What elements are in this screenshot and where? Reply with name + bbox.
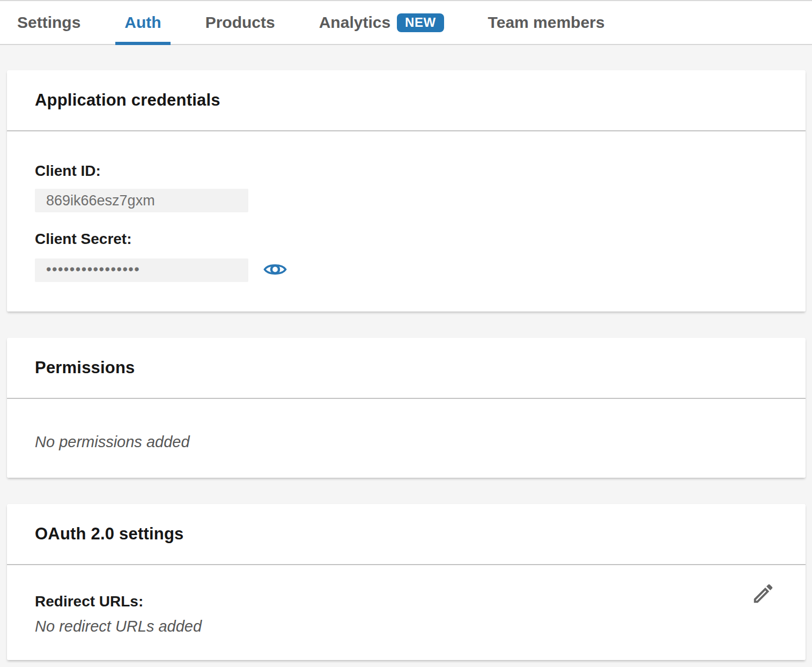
application-credentials-header: Application credentials	[7, 70, 806, 131]
client-id-value: 869ik66esz7gxm	[46, 192, 155, 209]
tab-team-members-label: Team members	[488, 13, 605, 32]
permissions-card: Permissions No permissions added	[7, 338, 806, 478]
client-secret-row: ••••••••••••••••	[35, 249, 778, 282]
tab-analytics[interactable]: Analytics NEW	[319, 1, 444, 44]
tab-products[interactable]: Products	[205, 1, 275, 44]
edit-redirect-urls-button[interactable]	[751, 581, 776, 606]
tab-team-members[interactable]: Team members	[488, 1, 605, 44]
application-credentials-body: Client ID: 869ik66esz7gxm Client Secret:…	[7, 131, 806, 312]
eye-icon	[263, 261, 287, 278]
tab-settings-label: Settings	[17, 13, 80, 32]
application-credentials-title: Application credentials	[35, 91, 220, 110]
pencil-icon	[751, 581, 776, 606]
oauth-settings-title: OAuth 2.0 settings	[35, 524, 183, 544]
client-id-label: Client ID:	[35, 162, 778, 180]
permissions-body: No permissions added	[7, 399, 806, 478]
client-id-field[interactable]: 869ik66esz7gxm	[35, 189, 248, 212]
redirect-urls-empty-text: No redirect URLs added	[35, 618, 778, 635]
new-badge: NEW	[397, 13, 444, 32]
tab-analytics-label: Analytics	[319, 13, 390, 32]
tab-bar: Settings Auth Products Analytics NEW Tea…	[0, 1, 812, 45]
tab-auth[interactable]: Auth	[124, 1, 161, 44]
client-secret-label: Client Secret:	[35, 231, 778, 248]
client-secret-masked-value: ••••••••••••••••	[46, 262, 140, 279]
oauth-settings-header: OAuth 2.0 settings	[7, 504, 806, 565]
client-secret-field[interactable]: ••••••••••••••••	[35, 258, 248, 282]
page-content: Application credentials Client ID: 869ik…	[0, 45, 812, 660]
reveal-secret-button[interactable]	[263, 261, 287, 278]
permissions-empty-text: No permissions added	[35, 433, 778, 451]
redirect-urls-label: Redirect URLs:	[35, 593, 778, 610]
application-credentials-card: Application credentials Client ID: 869ik…	[7, 70, 806, 312]
oauth-settings-body: Redirect URLs: No redirect URLs added	[7, 565, 806, 660]
permissions-header: Permissions	[7, 338, 806, 399]
tab-products-label: Products	[205, 13, 275, 32]
tab-auth-label: Auth	[124, 13, 161, 32]
tab-settings[interactable]: Settings	[17, 1, 80, 44]
permissions-title: Permissions	[35, 358, 135, 377]
oauth-settings-card: OAuth 2.0 settings Redirect URLs: No red…	[7, 504, 806, 660]
